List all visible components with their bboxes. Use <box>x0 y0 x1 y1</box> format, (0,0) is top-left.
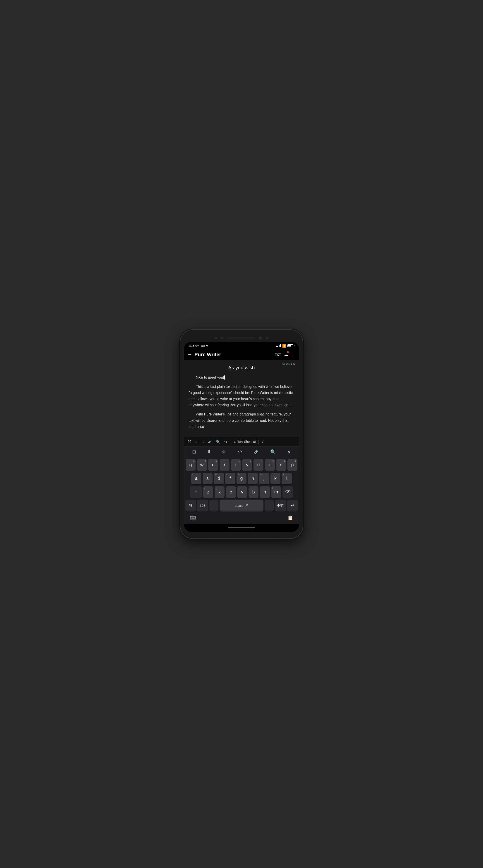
keyboard-status-icon: ⌨ <box>201 344 205 347</box>
add-shortcut-icon: ⊕ <box>234 440 236 443</box>
key-cn-en[interactable]: 中/英 <box>275 500 286 512</box>
signal-bar-1 <box>276 346 277 347</box>
cloud-sync-icon[interactable]: ☁ <box>284 352 288 358</box>
toolbar-divider-2: | <box>258 439 259 444</box>
key-g[interactable]: %g <box>236 473 247 485</box>
key-a[interactable]: -a <box>191 473 201 485</box>
document-title: As you wish <box>189 363 294 374</box>
enter-key[interactable]: ↵ <box>287 500 297 512</box>
key-q[interactable]: 1q <box>186 459 196 471</box>
keyboard: 1q 2w 3e 4r 5t 6y 7u 8i 9o 0p -a !s @d #… <box>184 457 299 524</box>
battery-fill <box>288 345 291 346</box>
text-shortcut-label: Text Shortcut <box>237 440 256 443</box>
editor-toolbar: ⌘ ↩ ↓ 🖊 🔍 ↪ | ⊕ Text Shortcut | I <box>184 437 299 446</box>
backspace-key[interactable]: ⌫ <box>282 486 293 498</box>
key-i[interactable]: 8i <box>265 459 275 471</box>
key-w[interactable]: 2w <box>197 459 207 471</box>
menu-icon[interactable]: ☰ <box>188 352 192 358</box>
key-s[interactable]: !s <box>203 473 212 485</box>
download-button[interactable]: ↓ <box>201 439 205 444</box>
key-123[interactable]: 123 <box>197 500 208 512</box>
word-count: Count: 189 <box>282 362 295 365</box>
phone-top-bar <box>184 336 299 340</box>
battery-body <box>287 344 293 347</box>
wifi-icon: 📶 <box>282 344 286 348</box>
keyboard-row-1: 1q 2w 3e 4r 5t 6y 7u 8i 9o 0p <box>186 459 297 471</box>
toolbar-divider: | <box>230 439 231 444</box>
text-cursor <box>224 375 225 379</box>
key-h[interactable]: 'h <box>248 473 258 485</box>
more-options-icon[interactable]: ⋮ <box>291 352 295 358</box>
phone-screen: 8:16 AM ⌨ ❄ 📶 <box>184 342 299 532</box>
keyboard-bottom-bar: ⌨ 📋 <box>186 513 297 522</box>
text-shortcut-button[interactable]: ⊕ Text Shortcut <box>234 440 256 443</box>
format-button[interactable]: 🖊 <box>207 439 212 444</box>
key-e[interactable]: 3e <box>208 459 218 471</box>
key-c[interactable]: -c <box>226 486 236 498</box>
phone-dot-right <box>266 337 268 339</box>
key-fu[interactable]: 符 <box>186 500 196 512</box>
space-key[interactable]: space 🎤 <box>220 500 263 512</box>
keyboard-row-4: 符 123 , space 🎤 . 中/英 ↵ <box>186 500 297 512</box>
key-n[interactable]: ;n <box>260 486 270 498</box>
txt-button[interactable]: TXT <box>275 353 281 356</box>
keyboard-row-3: ↑ (z )x -c _v :b ;n /m ⌫ <box>186 486 297 498</box>
keyboard-search-button[interactable]: 🔍 <box>268 448 278 456</box>
key-m[interactable]: /m <box>271 486 281 498</box>
key-p[interactable]: 0p <box>287 459 297 471</box>
key-period[interactable]: . <box>264 500 274 512</box>
cmd-button[interactable]: ⌘ <box>187 439 192 444</box>
battery-icon <box>287 344 294 347</box>
status-time: 8:16 AM <box>189 344 199 347</box>
redo-button[interactable]: ↪ <box>223 439 228 444</box>
snowflake-icon: ❄ <box>206 344 208 347</box>
key-d[interactable]: @d <box>214 473 224 485</box>
phone-speaker <box>227 337 255 339</box>
keyboard-row-2: -a !s @d #f %g 'h &j *k ?l <box>186 473 297 485</box>
code-button[interactable]: </> <box>236 449 244 455</box>
link-button[interactable]: 🔗 <box>252 449 260 455</box>
status-bar: 8:16 AM ⌨ ❄ 📶 <box>184 342 299 349</box>
cloud-badge <box>287 351 289 353</box>
search-button[interactable]: 🔍 <box>215 439 221 444</box>
paragraph-3: With Pure Writer's line and paragraph sp… <box>189 411 294 430</box>
key-k[interactable]: *k <box>271 473 280 485</box>
phone-bottom <box>184 524 299 532</box>
status-right: 📶 <box>276 344 294 348</box>
key-z[interactable]: (z <box>203 486 213 498</box>
key-u[interactable]: 7u <box>254 459 263 471</box>
signal-icon <box>276 344 281 347</box>
emoji-button[interactable]: ☺ <box>220 448 228 455</box>
key-comma[interactable]: , <box>209 500 219 512</box>
key-v[interactable]: _v <box>237 486 247 498</box>
cursor-position-button[interactable]: I <box>261 439 264 444</box>
undo-button[interactable]: ↩ <box>194 439 199 444</box>
paragraph-1: Nice to meet you! <box>189 374 294 380</box>
key-j[interactable]: &j <box>259 473 269 485</box>
grid-view-button[interactable]: ⊞ <box>190 448 198 456</box>
key-t[interactable]: 5t <box>231 459 241 471</box>
battery-tip <box>294 345 294 346</box>
key-l[interactable]: ?l <box>282 473 292 485</box>
content-area[interactable]: Count: 189 As you wish Nice to meet you!… <box>184 360 299 437</box>
phone-device: 8:16 AM ⌨ ❄ 📶 <box>180 330 303 538</box>
phone-dot-2 <box>221 337 223 339</box>
collapse-keyboard-button[interactable]: ∨ <box>286 448 293 456</box>
signal-bar-2 <box>277 346 278 347</box>
phone-dot-left <box>215 337 217 339</box>
app-title: Pure Writer <box>194 352 272 358</box>
status-left: 8:16 AM ⌨ ❄ <box>189 344 208 347</box>
keyboard-toolbar: ⊞ ⠿ ☺ </> 🔗 🔍 ∨ <box>184 446 299 457</box>
key-o[interactable]: 9o <box>276 459 286 471</box>
clipboard-icon[interactable]: 📋 <box>287 515 293 521</box>
key-b[interactable]: :b <box>249 486 258 498</box>
signal-bar-3 <box>279 345 280 347</box>
key-y[interactable]: 6y <box>242 459 252 471</box>
key-f[interactable]: #f <box>225 473 235 485</box>
shift-key[interactable]: ↑ <box>190 486 202 498</box>
document-body[interactable]: Nice to meet you! This is a fast plain t… <box>189 374 294 430</box>
keyboard-toggle-icon[interactable]: ⌨ <box>190 515 196 521</box>
keyboard-layout-button[interactable]: ⠿ <box>206 449 211 455</box>
key-x[interactable]: )x <box>215 486 225 498</box>
key-r[interactable]: 4r <box>220 459 229 471</box>
